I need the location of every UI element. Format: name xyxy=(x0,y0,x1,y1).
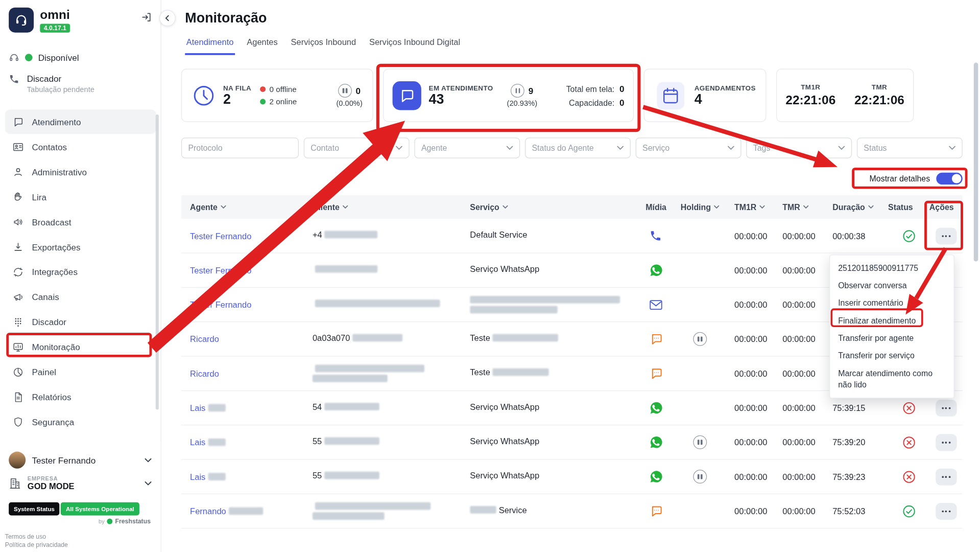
sidebar-item-painel[interactable]: Painel xyxy=(5,360,156,384)
sidebar-item-administrativo[interactable]: Administrativo xyxy=(5,159,156,184)
chevron-down-icon xyxy=(617,146,624,150)
sidebar-item-relatorios[interactable]: Relatórios xyxy=(5,385,156,409)
context-menu-item[interactable]: Inserir comentário xyxy=(830,294,953,312)
column-header[interactable]: TMR xyxy=(782,202,832,212)
column-header[interactable]: Agente xyxy=(190,202,313,212)
sidebar-item-monitoracao[interactable]: Monitoração xyxy=(5,335,156,359)
column-header-label: TMR xyxy=(782,202,800,212)
sidebar-scrollbar[interactable] xyxy=(156,114,159,410)
app-name: omni xyxy=(40,8,70,21)
agent-name-link[interactable]: Tester Fernando xyxy=(190,265,251,275)
agent-name-link[interactable]: Lais xyxy=(190,437,205,448)
row-actions-context-menu: 251201185900911775Observar conversaInser… xyxy=(829,255,954,398)
service-text: Serviço WhatsApp xyxy=(470,435,539,446)
status-filter-select[interactable]: Status xyxy=(857,137,963,158)
row-actions-button[interactable] xyxy=(935,399,957,416)
sidebar-item-seguranca[interactable]: Segurança xyxy=(5,410,156,434)
agent-name-link[interactable]: Ricardo xyxy=(190,368,219,379)
sidebar-item-label: Monitoração xyxy=(32,342,80,352)
media-cell xyxy=(646,470,681,484)
online-count: 2 online xyxy=(270,97,297,106)
sidebar-item-contatos[interactable]: Contatos xyxy=(5,134,156,159)
context-menu-item[interactable]: 251201185900911775 xyxy=(830,260,953,277)
company-menu[interactable]: EMPRESA GOD MODE xyxy=(0,472,161,495)
tab[interactable]: Atendimento xyxy=(185,37,235,55)
column-header[interactable]: Mídia xyxy=(646,202,681,212)
sidebar-item-atendimento[interactable]: Atendimento xyxy=(5,109,156,134)
show-details-toggle[interactable] xyxy=(936,172,962,184)
capacity-label: Capacidade: xyxy=(569,98,614,107)
actions-cell xyxy=(929,434,963,451)
main-scrollbar[interactable] xyxy=(974,62,978,261)
column-header[interactable]: TM1R xyxy=(734,202,782,212)
system-status-badge[interactable]: System Status xyxy=(9,502,60,516)
holding-cell xyxy=(681,332,734,346)
context-menu-item[interactable]: Finalizar atendimento xyxy=(830,312,953,330)
sidebar-item-discador[interactable]: Discador xyxy=(5,310,156,334)
column-header-label: Mídia xyxy=(646,202,666,212)
agent-name-link[interactable]: Tester Fernando xyxy=(190,300,251,310)
column-header[interactable]: Duração xyxy=(832,202,888,212)
user-menu[interactable]: Tester Fernando xyxy=(0,449,161,472)
agent-name-link[interactable]: Fernando xyxy=(190,505,226,516)
tab[interactable]: Serviços Inbound xyxy=(290,37,357,55)
context-menu-item[interactable]: Observar conversa xyxy=(830,277,953,294)
stats-card-queue: NA FILA 2 0 offline 2 online 0 (0.00%) xyxy=(181,69,373,122)
column-header[interactable]: Serviço xyxy=(470,202,646,212)
row-actions-button[interactable] xyxy=(935,227,957,244)
agent-name-link[interactable]: Tester Fernando xyxy=(190,231,251,241)
column-header[interactable]: Holding xyxy=(681,202,734,212)
actions-cell xyxy=(929,502,963,519)
contact-filter-select[interactable]: Contato xyxy=(304,137,410,158)
column-header[interactable]: Cliente xyxy=(313,202,470,212)
context-menu-item[interactable]: Transferir por agente xyxy=(830,330,953,347)
context-menu-item[interactable]: Marcar atendimento como não lido xyxy=(830,365,953,394)
client-text: 55 xyxy=(313,435,322,446)
row-actions-button[interactable] xyxy=(935,502,957,519)
agent-name-link[interactable]: Lais xyxy=(190,471,205,482)
sort-chevron-icon xyxy=(868,205,874,209)
redacted-text xyxy=(315,265,377,273)
agent-name-link[interactable]: Ricardo xyxy=(190,334,219,344)
freshstatus-icon xyxy=(107,519,113,524)
schedules-value: 4 xyxy=(695,91,756,106)
service-filter-select[interactable]: Serviço xyxy=(636,137,742,158)
sidebar-item-canais[interactable]: Canais xyxy=(5,285,156,309)
omni-logo xyxy=(9,8,34,33)
dialer-pending-widget[interactable]: Discador Tabulação pendente xyxy=(9,74,94,94)
tab[interactable]: Serviços Inbound Digital xyxy=(368,37,461,55)
logout-button[interactable] xyxy=(140,11,152,23)
collapse-sidebar-button[interactable] xyxy=(159,10,176,27)
phone-icon xyxy=(650,229,662,242)
client-cell xyxy=(313,265,470,275)
service-cell: Serviço WhatsApp xyxy=(470,401,646,415)
agent-status-filter-select[interactable]: Status do Agente xyxy=(525,137,631,158)
sidebar-item-lira[interactable]: Lira xyxy=(5,185,156,209)
whatsapp-icon xyxy=(650,263,663,277)
status-cell xyxy=(888,229,929,243)
system-status-value-badge[interactable]: All Systems Operational xyxy=(61,502,139,516)
protocol-input[interactable] xyxy=(188,143,292,152)
table-row: Lais 55 xyxy=(181,460,963,494)
privacy-link[interactable]: Política de privacidade xyxy=(5,540,161,548)
agent-filter-select[interactable]: Agente xyxy=(414,137,520,158)
column-header[interactable]: Status xyxy=(888,202,929,212)
sidebar-item-broadcast[interactable]: Broadcast xyxy=(5,210,156,234)
tags-filter-select[interactable]: Tags xyxy=(746,137,852,158)
terms-link[interactable]: Termos de uso xyxy=(5,532,161,540)
redacted-text xyxy=(208,473,225,480)
row-actions-button[interactable] xyxy=(935,468,957,485)
status-error-icon xyxy=(902,435,916,449)
row-actions-button[interactable] xyxy=(935,434,957,451)
column-header-label: TM1R xyxy=(734,202,756,212)
chevron-down-icon xyxy=(145,481,152,486)
tab[interactable]: Agentes xyxy=(246,37,279,55)
sidebar-item-integracoes[interactable]: Integrações xyxy=(5,260,156,284)
agent-availability[interactable]: Disponível xyxy=(9,50,79,65)
sidebar-item-exportacoes[interactable]: Exportações xyxy=(5,235,156,259)
client-cell: 54 xyxy=(313,401,470,415)
context-menu-item[interactable]: Transferir por serviço xyxy=(830,347,953,364)
agent-name-link[interactable]: Lais xyxy=(190,403,205,413)
column-header[interactable]: Ações xyxy=(929,202,963,212)
sidebar-item-label: Exportações xyxy=(32,242,80,252)
